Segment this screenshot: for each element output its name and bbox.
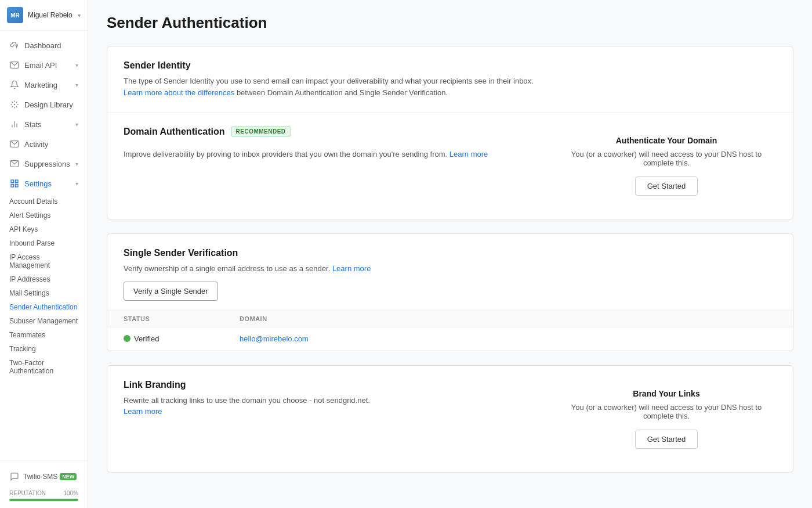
domain-auth-layout: Domain Authentication RECOMMENDED Improv… <box>124 127 777 205</box>
sidebar-item-account-details[interactable]: Account Details <box>0 194 88 208</box>
ssv-table-header: STATUS DOMAIN <box>107 310 793 327</box>
reputation-section: REPUTATION 100% <box>9 490 78 501</box>
chart-icon <box>9 119 20 129</box>
sidebar-item-suppressions[interactable]: Suppressions ▾ <box>0 154 88 174</box>
sidebar-item-label: Suppressions <box>24 160 70 168</box>
status-badge: Verified <box>124 334 240 343</box>
verify-single-sender-button[interactable]: Verify a Single Sender <box>124 282 218 301</box>
page-title: Sender Authentication <box>107 14 793 32</box>
activity-icon <box>9 139 20 149</box>
sidebar-item-ip-addresses[interactable]: IP Addresses <box>0 272 88 286</box>
envelope-icon <box>9 60 20 70</box>
sidebar-item-alert-settings[interactable]: Alert Settings <box>0 208 88 222</box>
link-branding-get-started-button[interactable]: Get Started <box>635 430 698 449</box>
sender-identity-title: Sender Identity <box>124 60 777 71</box>
sidebar-item-dashboard[interactable]: Dashboard <box>0 35 88 55</box>
sidebar-item-label: Dashboard <box>24 41 61 50</box>
reputation-label: REPUTATION <box>9 490 46 496</box>
ssv-title: Single Sender Verification <box>124 248 777 258</box>
sidebar-item-tracking[interactable]: Tracking <box>0 342 88 356</box>
link-branding-learn-more[interactable]: Learn more <box>124 407 162 416</box>
settings-submenu: Account Details Alert Settings API Keys … <box>0 193 88 383</box>
sidebar-item-stats[interactable]: Stats ▾ <box>0 114 88 134</box>
domain-auth-learn-more[interactable]: Learn more <box>449 150 488 158</box>
svg-rect-15 <box>11 180 14 183</box>
chevron-down-icon: ▾ <box>78 12 81 19</box>
link-branding-section: Link Branding Rewrite all tracking links… <box>107 366 793 472</box>
link-branding-right-title: Brand Your Links <box>566 389 767 398</box>
sidebar-item-subuser-mgmt[interactable]: Subuser Management <box>0 314 88 328</box>
domain-link[interactable]: hello@mirebelo.com <box>240 334 309 343</box>
sidebar-item-sender-auth[interactable]: Sender Authentication <box>0 300 88 314</box>
cloud-icon <box>9 40 20 51</box>
svg-rect-18 <box>11 184 14 187</box>
ssv-desc: Verify ownership of a single email addre… <box>124 263 777 275</box>
link-branding-title: Link Branding <box>124 380 542 390</box>
domain-auth-right-title: Authenticate Your Domain <box>566 136 767 145</box>
domain-auth-get-started-button[interactable]: Get Started <box>635 176 698 196</box>
sidebar-item-activity[interactable]: Activity <box>0 134 88 154</box>
main-content: Sender Authentication Sender Identity Th… <box>88 0 812 508</box>
main-nav: Dashboard Email API ▾ Marketing ▾ Design… <box>0 31 88 460</box>
link-branding-right: Brand Your Links You (or a coworker) wil… <box>556 380 777 458</box>
chevron-icon: ▾ <box>75 121 78 128</box>
svg-line-8 <box>16 102 17 103</box>
sidebar-item-mail-settings[interactable]: Mail Settings <box>0 286 88 300</box>
domain-auth-desc: Improve deliverability by proving to inb… <box>124 149 542 160</box>
sidebar-item-teammates[interactable]: Teammates <box>0 328 88 342</box>
chevron-icon: ▾ <box>75 181 78 187</box>
reputation-bar <box>9 499 78 501</box>
reputation-fill <box>9 499 78 501</box>
svg-line-6 <box>12 102 13 103</box>
reputation-value: 100% <box>63 490 78 496</box>
sender-identity-section: Sender Identity The type of Sender Ident… <box>107 46 793 112</box>
svg-point-1 <box>14 104 14 105</box>
sidebar-item-design-library[interactable]: Design Library <box>0 95 88 114</box>
user-menu[interactable]: MR Miguel Rebelo ▾ <box>0 0 88 31</box>
ssv-header: Single Sender Verification Verify owners… <box>107 234 793 310</box>
domain-auth-left: Domain Authentication RECOMMENDED Improv… <box>124 127 542 160</box>
sidebar: MR Miguel Rebelo ▾ Dashboard Email API ▾… <box>0 0 88 508</box>
sidebar-item-label: Activity <box>24 140 48 149</box>
chevron-icon: ▾ <box>75 82 78 88</box>
sidebar-item-ip-access[interactable]: IP Access Management <box>0 250 88 272</box>
username: Miguel Rebelo <box>28 11 78 19</box>
status-dot <box>124 335 130 342</box>
learn-more-link[interactable]: Learn more about the differences <box>124 88 234 97</box>
design-icon <box>9 99 20 110</box>
sidebar-item-twilio[interactable]: Twilio SMS NEW <box>9 468 78 485</box>
sidebar-item-settings[interactable]: Settings ▾ <box>0 174 88 193</box>
link-branding-layout: Link Branding Rewrite all tracking links… <box>124 380 777 458</box>
sidebar-item-email-api[interactable]: Email API ▾ <box>0 55 88 75</box>
chat-icon <box>9 471 20 482</box>
sidebar-bottom: Twilio SMS NEW REPUTATION 100% <box>0 460 88 508</box>
avatar: MR <box>7 7 23 23</box>
link-branding-desc: Rewrite all tracking links to use the do… <box>124 395 542 417</box>
ssv-table-row: Verified hello@mirebelo.com <box>107 327 793 351</box>
sidebar-item-two-factor[interactable]: Two-Factor Authentication <box>0 356 88 378</box>
sidebar-item-label: Marketing <box>24 81 57 89</box>
domain-auth-right: Authenticate Your Domain You (or a cowor… <box>556 127 777 205</box>
svg-line-7 <box>16 106 17 107</box>
svg-line-9 <box>12 106 13 107</box>
recommended-badge: RECOMMENDED <box>231 127 291 136</box>
bell-icon <box>9 80 20 90</box>
svg-rect-17 <box>15 184 18 187</box>
link-branding-right-desc: You (or a coworker) will need access to … <box>566 403 767 420</box>
suppressions-icon <box>9 158 20 169</box>
ssv-learn-more[interactable]: Learn more <box>332 264 371 273</box>
single-sender-card: Single Sender Verification Verify owners… <box>107 233 793 351</box>
domain-auth-header: Domain Authentication RECOMMENDED <box>124 127 542 142</box>
twilio-label: Twilio SMS <box>23 473 57 481</box>
chevron-icon: ▾ <box>75 161 78 167</box>
domain-auth-right-desc: You (or a coworker) will need access to … <box>566 150 767 167</box>
sidebar-item-marketing[interactable]: Marketing ▾ <box>0 75 88 95</box>
link-branding-card: Link Branding Rewrite all tracking links… <box>107 365 793 473</box>
status-text: Verified <box>134 334 159 343</box>
sidebar-item-inbound-parse[interactable]: Inbound Parse <box>0 236 88 250</box>
sidebar-item-label: Stats <box>24 120 42 129</box>
svg-rect-16 <box>15 180 18 183</box>
sidebar-item-api-keys[interactable]: API Keys <box>0 222 88 236</box>
chevron-icon: ▾ <box>75 62 78 69</box>
sidebar-item-label: Settings <box>24 179 52 188</box>
